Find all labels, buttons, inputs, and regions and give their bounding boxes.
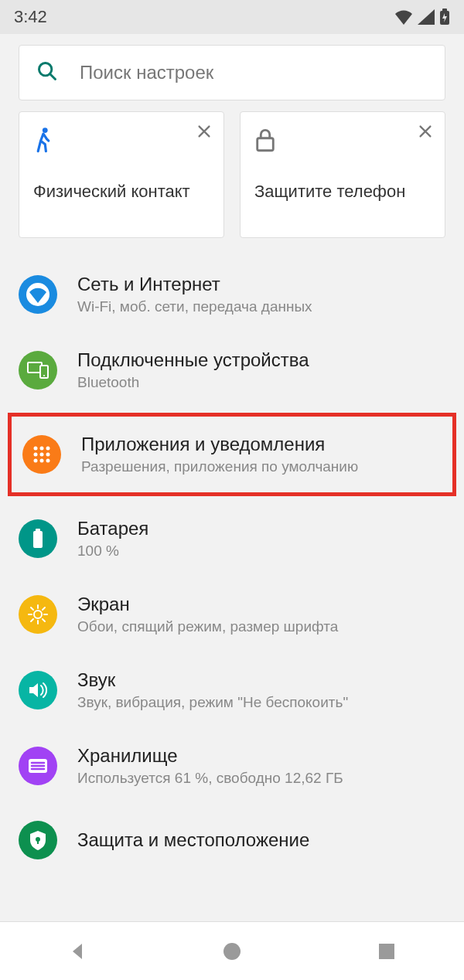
card-physical-contact[interactable]: Физический контакт — [19, 111, 224, 238]
svg-line-29 — [31, 619, 33, 621]
battery-status-icon — [439, 9, 450, 26]
item-title: Защита и местоположение — [77, 829, 309, 851]
wifi-icon — [19, 275, 57, 314]
storage-icon — [19, 747, 57, 785]
lock-icon — [254, 126, 431, 154]
item-title: Батарея — [77, 518, 148, 539]
search-icon — [36, 60, 58, 85]
nav-home-button[interactable] — [219, 938, 245, 965]
navigation-bar — [0, 921, 464, 980]
security-icon — [19, 821, 57, 859]
svg-point-9 — [43, 375, 45, 376]
card-title: Физический контакт — [33, 182, 210, 202]
item-title: Приложения и уведомления — [81, 434, 358, 455]
svg-rect-1 — [442, 9, 447, 12]
status-icons — [394, 9, 450, 26]
item-title: Хранилище — [77, 745, 343, 767]
item-storage[interactable]: Хранилище Используется 61 %, свободно 12… — [0, 728, 464, 804]
svg-point-4 — [43, 128, 48, 133]
svg-line-3 — [50, 74, 56, 80]
item-connected-devices[interactable]: Подключенные устройства Bluetooth — [0, 332, 464, 408]
item-subtitle: Wi-Fi, моб. сети, передача данных — [77, 298, 312, 315]
suggestion-cards: Физический контакт Защитите телефон — [0, 111, 464, 257]
svg-point-11 — [40, 447, 44, 451]
svg-line-26 — [31, 607, 33, 610]
walk-icon — [33, 126, 210, 154]
item-title: Сеть и Интернет — [77, 274, 312, 295]
item-subtitle: Обои, спящий режим, размер шрифта — [77, 618, 338, 635]
item-title: Подключенные устройства — [77, 349, 309, 371]
svg-point-18 — [46, 459, 50, 463]
svg-point-12 — [46, 447, 50, 451]
svg-point-14 — [40, 453, 44, 457]
svg-rect-5 — [258, 138, 274, 151]
brightness-icon — [19, 595, 57, 634]
svg-point-10 — [34, 447, 38, 451]
svg-point-16 — [34, 459, 38, 463]
settings-list: Сеть и Интернет Wi-Fi, моб. сети, переда… — [0, 257, 464, 980]
apps-icon — [22, 435, 61, 474]
svg-rect-37 — [379, 944, 394, 959]
search-container — [0, 34, 464, 111]
svg-rect-20 — [36, 529, 40, 532]
svg-point-21 — [34, 611, 42, 618]
item-subtitle: Звук, вибрация, режим "Не беспокоить" — [77, 694, 348, 711]
item-subtitle: Bluetooth — [77, 374, 309, 391]
svg-point-17 — [40, 459, 44, 463]
svg-point-13 — [34, 453, 38, 457]
svg-line-28 — [43, 607, 45, 610]
signal-status-icon — [418, 9, 435, 25]
nav-back-button[interactable] — [64, 938, 90, 965]
status-bar: 3:42 — [0, 0, 464, 34]
card-protect-phone[interactable]: Защитите телефон — [240, 111, 445, 238]
svg-line-27 — [43, 619, 45, 621]
search-bar[interactable] — [19, 45, 445, 100]
status-time: 3:42 — [14, 7, 47, 27]
close-icon[interactable] — [196, 123, 213, 143]
item-security-location[interactable]: Защита и местоположение — [0, 804, 464, 859]
item-subtitle: 100 % — [77, 543, 148, 560]
svg-rect-35 — [37, 840, 39, 844]
devices-icon — [19, 351, 57, 390]
battery-icon — [19, 519, 57, 558]
svg-point-36 — [223, 943, 241, 960]
item-title: Экран — [77, 594, 338, 615]
search-input[interactable] — [80, 62, 428, 83]
item-sound[interactable]: Звук Звук, вибрация, режим "Не беспокоит… — [0, 652, 464, 728]
svg-point-15 — [46, 453, 50, 457]
svg-rect-19 — [33, 531, 43, 548]
item-apps-notifications[interactable]: Приложения и уведомления Разрешения, при… — [8, 413, 456, 496]
item-subtitle: Разрешения, приложения по умолчанию — [81, 458, 358, 475]
close-icon[interactable] — [417, 123, 434, 143]
item-network[interactable]: Сеть и Интернет Wi-Fi, моб. сети, переда… — [0, 257, 464, 332]
item-title: Звук — [77, 669, 348, 691]
item-subtitle: Используется 61 %, свободно 12,62 ГБ — [77, 770, 343, 787]
item-battery[interactable]: Батарея 100 % — [0, 501, 464, 577]
nav-recent-button[interactable] — [374, 938, 400, 965]
item-display[interactable]: Экран Обои, спящий режим, размер шрифта — [0, 577, 464, 652]
card-title: Защитите телефон — [254, 182, 431, 202]
wifi-status-icon — [394, 9, 413, 25]
sound-icon — [19, 671, 57, 709]
